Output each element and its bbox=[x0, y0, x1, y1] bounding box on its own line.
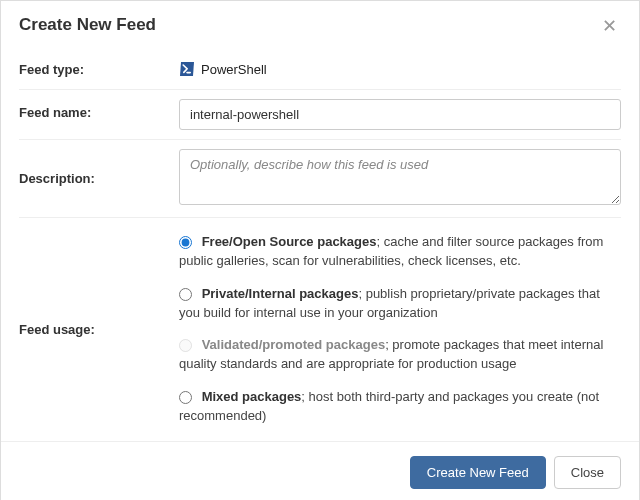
usage-radio bbox=[179, 339, 192, 352]
create-feed-button[interactable]: Create New Feed bbox=[410, 456, 546, 489]
feed-name-input[interactable] bbox=[179, 99, 621, 130]
modal-title: Create New Feed bbox=[19, 15, 156, 35]
description-textarea[interactable] bbox=[179, 149, 621, 205]
create-feed-modal: Create New Feed ✕ Feed type: PowerShell bbox=[0, 0, 640, 500]
usage-option-title: Private/Internal packages bbox=[202, 286, 359, 301]
row-description: Description: bbox=[19, 139, 621, 217]
row-feed-name: Feed name: bbox=[19, 89, 621, 139]
close-button[interactable]: Close bbox=[554, 456, 621, 489]
label-description: Description: bbox=[19, 171, 179, 186]
label-feed-type: Feed type: bbox=[19, 56, 179, 77]
label-feed-name: Feed name: bbox=[19, 99, 179, 120]
usage-radio[interactable] bbox=[179, 288, 192, 301]
usage-radio[interactable] bbox=[179, 391, 192, 404]
usage-option: Private/Internal packages; publish propr… bbox=[179, 285, 621, 323]
label-feed-usage: Feed usage: bbox=[19, 322, 179, 337]
usage-option-title: Validated/promoted packages bbox=[202, 337, 386, 352]
usage-option: Mixed packages; host both third-party an… bbox=[179, 388, 621, 426]
usage-option: Free/Open Source packages; cache and fil… bbox=[179, 233, 621, 271]
powershell-icon bbox=[179, 61, 195, 77]
usage-option-title: Free/Open Source packages bbox=[202, 234, 377, 249]
feed-usage-radio-group: Free/Open Source packages; cache and fil… bbox=[179, 227, 621, 432]
modal-header: Create New Feed ✕ bbox=[1, 1, 639, 47]
modal-footer: Create New Feed Close bbox=[1, 441, 639, 500]
row-feed-usage: Feed usage: Free/Open Source packages; c… bbox=[19, 217, 621, 441]
close-icon[interactable]: ✕ bbox=[598, 15, 621, 37]
usage-option: Validated/promoted packages; promote pac… bbox=[179, 336, 621, 374]
usage-option-title: Mixed packages bbox=[202, 389, 302, 404]
feed-type-value: PowerShell bbox=[179, 56, 267, 77]
row-feed-type: Feed type: PowerShell bbox=[19, 47, 621, 89]
modal-body: Feed type: PowerShell Feed name: bbox=[1, 47, 639, 441]
feed-type-text: PowerShell bbox=[201, 62, 267, 77]
usage-radio[interactable] bbox=[179, 236, 192, 249]
